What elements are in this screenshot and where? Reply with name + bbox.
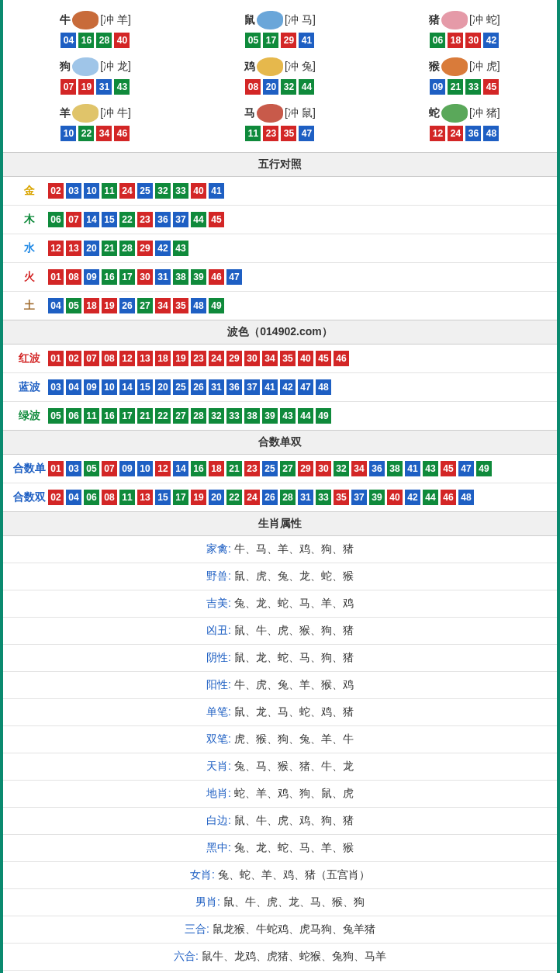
zodiac-name: 猴	[429, 60, 440, 74]
number-ball: 21	[226, 461, 242, 476]
number-ball: 31	[155, 269, 171, 285]
attr-row: 阳性: 牛、虎、兔、羊、猴、鸡	[3, 672, 557, 699]
zodiac-grid: 牛 [冲 羊] 04162840 鼠 [冲 马] 05172941 猪 [冲 蛇…	[3, 0, 557, 152]
attr-label: 白边:	[206, 814, 231, 826]
number-ball: 46	[334, 351, 349, 366]
zodiac-icon	[441, 11, 468, 29]
attr-row: 地肖: 蛇、羊、鸡、狗、鼠、虎	[3, 781, 557, 808]
ball-row: 0102070812131819232429303435404546	[48, 351, 349, 366]
number-ball: 19	[191, 490, 206, 505]
table-row: 绿波 05061116172122272832333839434449	[3, 402, 557, 430]
zodiac-name: 牛	[60, 13, 71, 27]
ball-row: 05172941	[188, 33, 372, 48]
attr-row: 单笔: 鼠、龙、马、蛇、鸡、猪	[3, 699, 557, 726]
attr-value: 牛、马、羊、鸡、狗、猪	[234, 542, 354, 555]
number-ball: 32	[334, 461, 349, 476]
section-bose-header: 波色（014902.com）	[3, 320, 557, 345]
number-ball: 48	[191, 298, 206, 313]
number-ball: 18	[155, 351, 171, 366]
number-ball: 26	[262, 490, 278, 505]
number-ball: 45	[441, 461, 456, 476]
number-ball: 44	[191, 212, 206, 227]
number-ball: 29	[281, 33, 296, 48]
number-ball: 16	[102, 408, 117, 424]
number-ball: 17	[173, 490, 188, 505]
row-label: 木	[11, 213, 48, 227]
row-label: 土	[11, 299, 48, 313]
attr-label: 阴性:	[206, 651, 231, 663]
row-label: 火	[11, 270, 48, 284]
number-ball: 43	[423, 461, 438, 476]
number-ball: 45	[316, 351, 331, 366]
number-ball: 32	[209, 408, 224, 424]
number-ball: 14	[84, 212, 99, 227]
attr-label: 家禽:	[206, 542, 231, 555]
number-ball: 06	[84, 490, 99, 505]
number-ball: 03	[66, 183, 81, 199]
table-row: 火 0108091617303138394647	[3, 263, 557, 292]
number-ball: 02	[66, 351, 81, 366]
zodiac-name: 狗	[60, 60, 71, 74]
section-wuxing-header: 五行对照	[3, 152, 557, 177]
row-label: 合数单	[11, 462, 48, 476]
number-ball: 31	[209, 379, 224, 395]
number-ball: 40	[114, 33, 130, 48]
number-ball: 22	[226, 490, 242, 505]
attr-row: 野兽: 鼠、虎、兔、龙、蛇、猴	[3, 563, 557, 590]
number-ball: 04	[60, 33, 76, 48]
zodiac-cell: 猪 [冲 蛇] 06183042	[372, 6, 557, 53]
attr-label: 凶丑:	[206, 624, 231, 636]
zodiac-name: 羊	[60, 106, 71, 120]
ball-row: 10223446	[3, 126, 188, 141]
attr-value: 兔、马、猴、猪、牛、龙	[234, 760, 354, 772]
number-ball: 27	[137, 298, 153, 313]
number-ball: 06	[48, 212, 64, 227]
number-ball: 05	[245, 33, 261, 48]
number-ball: 47	[298, 379, 313, 395]
number-ball: 23	[137, 212, 153, 227]
number-ball: 16	[102, 269, 117, 285]
number-ball: 42	[405, 490, 420, 505]
zodiac-clash: [冲 马]	[285, 13, 316, 27]
number-ball: 33	[316, 490, 331, 505]
number-ball: 15	[102, 212, 117, 227]
ball-row: 08203244	[188, 79, 372, 95]
number-ball: 49	[209, 298, 224, 313]
number-ball: 18	[209, 461, 224, 476]
number-ball: 22	[78, 126, 94, 141]
number-ball: 18	[84, 298, 99, 313]
ball-row: 06071415222336374445	[48, 212, 224, 227]
number-ball: 39	[369, 490, 385, 505]
number-ball: 37	[173, 212, 188, 227]
ball-row: 05061116172122272832333839434449	[48, 408, 331, 424]
attr-row: 三合: 鼠龙猴、牛蛇鸡、虎马狗、兔羊猪	[3, 916, 557, 944]
number-ball: 43	[280, 408, 296, 424]
zodiac-icon	[441, 57, 468, 76]
attr-label: 黑中:	[206, 841, 231, 854]
table-row: 蓝波 03040910141520252631363741424748	[3, 373, 557, 402]
zodiac-icon	[72, 57, 99, 76]
row-label: 金	[11, 184, 48, 198]
number-ball: 20	[84, 241, 99, 256]
attr-label: 地肖:	[206, 787, 231, 799]
section-shengxiao-header: 生肖属性	[3, 511, 557, 536]
number-ball: 09	[119, 461, 135, 476]
row-label: 绿波	[11, 409, 48, 423]
zodiac-clash: [冲 羊]	[100, 13, 131, 27]
number-ball: 42	[155, 241, 171, 256]
number-ball: 27	[280, 461, 296, 476]
number-ball: 30	[244, 351, 260, 366]
zodiac-icon	[257, 104, 283, 123]
attr-label: 双笔:	[206, 732, 231, 745]
number-ball: 05	[48, 408, 64, 424]
number-ball: 10	[102, 379, 117, 395]
number-ball: 11	[102, 183, 117, 199]
number-ball: 49	[476, 461, 492, 476]
zodiac-name: 鼠	[244, 13, 255, 27]
number-ball: 24	[119, 183, 135, 199]
attr-value: 鼠、牛、虎、猴、狗、猪	[234, 624, 354, 636]
attr-label: 男肖:	[195, 895, 220, 908]
number-ball: 44	[298, 408, 313, 424]
number-ball: 29	[298, 461, 313, 476]
number-ball: 41	[405, 461, 420, 476]
